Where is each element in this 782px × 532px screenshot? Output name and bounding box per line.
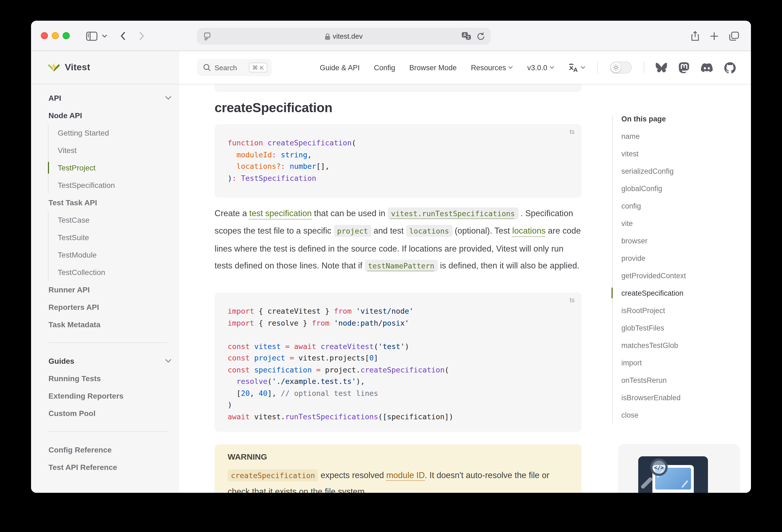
sidebar-section-api[interactable]: API (48, 89, 172, 107)
reload-icon[interactable] (477, 32, 485, 40)
sidebar-item-extending-reporters[interactable]: Extending Reporters (48, 387, 172, 404)
outline-item-getprovidedcontext[interactable]: getProvidedContext (621, 267, 747, 284)
back-icon[interactable] (117, 21, 129, 51)
light-mode-knob (611, 63, 621, 72)
discord-icon[interactable] (701, 63, 713, 72)
nav-dropdown-version[interactable]: v3.0.0 (527, 64, 555, 72)
sidebar-toggle-icon[interactable] (83, 21, 100, 51)
sidebar-item-testspecification[interactable]: TestSpecification (58, 176, 172, 194)
browser-toolbar: vitest.dev A文 (31, 21, 751, 51)
nav-link-browser-mode[interactable]: Browser Mode (409, 64, 457, 72)
nav-dropdown-resources[interactable]: Resources (471, 64, 513, 72)
doc-link-locations[interactable]: locations (512, 226, 545, 236)
inline-code-link-vitest-runtestspecifications[interactable]: vitest.runTestSpecifications (388, 208, 518, 219)
inline-code-link-testnamepattern[interactable]: testNamePattern (365, 260, 437, 272)
sidebar-item-config-reference[interactable]: Config Reference (48, 441, 172, 459)
chevron-down-icon (580, 66, 585, 69)
bluesky-icon[interactable] (656, 62, 667, 73)
nav-link-guide-api[interactable]: Guide & API (320, 64, 360, 72)
sidebar-item-testproject[interactable]: TestProject (58, 159, 172, 176)
magnifier-code-icon: </> (650, 459, 668, 476)
nav-divider (31, 84, 751, 84)
sidebar-item-testcollection[interactable]: TestCollection (58, 263, 172, 281)
sidebar-item-custom-pool[interactable]: Custom Pool (48, 404, 172, 422)
sidebar-item-reporters-api[interactable]: Reporters API (48, 298, 172, 316)
nav-separator (597, 62, 598, 73)
warning-title: WARNING (227, 452, 569, 461)
sidebar-section-guides[interactable]: Guides (48, 352, 172, 370)
outline-item-import[interactable]: import (621, 354, 747, 371)
outline-item-vite[interactable]: vite (621, 215, 747, 232)
outline-item-globalconfig[interactable]: globalConfig (621, 180, 747, 197)
code-line: function createSpecification( (227, 138, 569, 150)
outline-active-marker (611, 287, 613, 298)
outline-item-isbrowserenabled[interactable]: isBrowserEnabled (621, 389, 747, 406)
inline-code-locations: locations (406, 225, 452, 237)
magnifier-handle (640, 477, 653, 490)
translate-icon[interactable]: A文 (462, 32, 471, 40)
sidebar-item-test-api-reference[interactable]: Test API Reference (48, 459, 172, 476)
code-line: ): TestSpecification (227, 173, 569, 185)
minimize-window-button[interactable] (52, 32, 59, 39)
outline-item-isrootproject[interactable]: isRootProject (621, 302, 747, 319)
outline-item-vitest[interactable]: vitest (621, 145, 747, 162)
outline-item-close[interactable]: close (621, 406, 747, 424)
sidebar-item-testsuite[interactable]: TestSuite (58, 229, 172, 246)
main-content: createSpecification ts function createSp… (215, 51, 581, 493)
outline-indicator-track (612, 115, 613, 424)
screen: vitest.dev A文 (0, 0, 782, 532)
doc-link-test-specification[interactable]: test specification (249, 209, 312, 218)
outline-item-createspecification[interactable]: createSpecification (621, 284, 747, 302)
close-window-button[interactable] (41, 32, 48, 39)
outline-item-matchestestglob[interactable]: matchesTestGlob (621, 336, 747, 354)
outline-title: On this page (621, 112, 666, 125)
sidebar-item-task-metadata[interactable]: Task Metadata (48, 316, 172, 333)
github-icon[interactable] (724, 62, 736, 73)
site-title: Vitest (65, 62, 90, 73)
sidebar-item-testcase[interactable]: TestCase (58, 211, 172, 229)
theme-toggle[interactable] (610, 62, 632, 73)
sidebar-item-testmodule[interactable]: TestModule (58, 246, 172, 263)
doc-link-module-id[interactable]: module ID (386, 470, 425, 480)
svg-text:A: A (573, 66, 578, 72)
code-line: await vitest.runTestSpecifications([spec… (227, 412, 569, 424)
search-icon (203, 64, 211, 71)
ad-illustration: </> (638, 456, 708, 493)
code-line: const project = vitest.projects[0] (227, 353, 569, 365)
search-input[interactable]: Search ⌘ K (197, 59, 272, 76)
outline-item-ontestsrerun[interactable]: onTestsRerun (621, 371, 747, 389)
sidebar-item-running-tests[interactable]: Running Tests (48, 370, 172, 387)
outline-item-globtestfiles[interactable]: globTestFiles (621, 319, 747, 336)
language-switcher[interactable]: A (569, 63, 585, 72)
vitest-logo[interactable]: Vitest (47, 51, 90, 84)
code-line: [20, 40], // optional test lines (227, 389, 569, 400)
tabs-overview-icon[interactable] (727, 21, 741, 51)
vitest-logo-icon (47, 61, 61, 74)
sidebar-group-test-task-api[interactable]: Test Task API (48, 194, 172, 211)
sidebar-item-getting-started[interactable]: Getting Started (58, 124, 172, 142)
sidebar-item-runner-api[interactable]: Runner API (48, 281, 172, 298)
zoom-window-button[interactable] (63, 32, 70, 39)
sidebar-item-vitest[interactable]: Vitest (58, 142, 172, 159)
outline-item-name[interactable]: name (621, 128, 747, 145)
code-block-signature[interactable]: ts function createSpecification( moduleI… (215, 124, 581, 198)
sidebar-group-node-api[interactable]: Node API (48, 107, 172, 124)
share-icon[interactable] (688, 21, 701, 51)
forward-icon[interactable] (136, 21, 148, 51)
code-block-example[interactable]: ts import { createVitest } from 'vitest/… (215, 292, 581, 432)
text: that can be used in (312, 209, 388, 218)
outline-item-browser[interactable]: browser (621, 232, 747, 249)
outline-item-serializedconfig[interactable]: serializedConfig (621, 162, 747, 180)
warning-body: createSpecification expects resolved mod… (227, 467, 569, 493)
sidebar-tree: TestCaseTestSuiteTestModuleTestCollectio… (48, 211, 172, 281)
new-tab-icon[interactable] (707, 21, 720, 51)
text: expects resolved (318, 470, 386, 480)
url-bar[interactable]: vitest.dev A文 (197, 28, 491, 45)
chevron-down-icon[interactable] (100, 21, 109, 51)
code-line (227, 330, 569, 342)
nav-link-config[interactable]: Config (374, 64, 395, 72)
mastodon-icon[interactable] (679, 62, 689, 73)
outline-item-config[interactable]: config (621, 197, 747, 215)
outline-item-provide[interactable]: provide (621, 249, 747, 267)
ad-card[interactable]: </> (618, 444, 740, 493)
